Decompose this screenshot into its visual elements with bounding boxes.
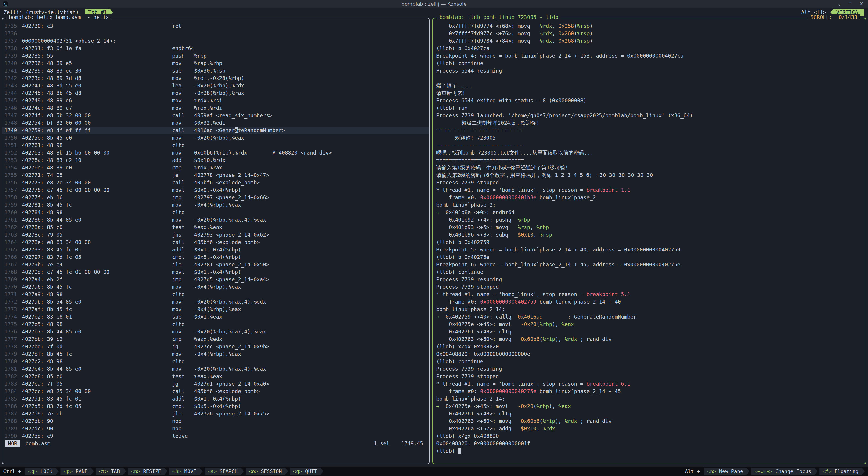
terminal-line: 0x401b96 <+8>: subq $0x10, %rsp (433, 231, 866, 239)
editor-line[interactable]: 176740279b: 7e e4 jle 402781 <phase_2_14… (2, 261, 429, 268)
editor-line[interactable]: 17694027a4: eb 2f jmp 4027d5 <phase_2_14… (2, 276, 429, 283)
keybind-hint-lock[interactable]: <g> LOCK (25, 468, 59, 475)
line-number: 1781 (2, 365, 17, 373)
keybind-hint-move[interactable]: <h> MOVE (169, 468, 203, 475)
editor-line[interactable]: 17370000000000402731 <phase_2_14>: (2, 37, 429, 45)
lldb-terminal[interactable]: 0x7ffff7fd9774 <+68>: movq %rdx, 0x258(%… (433, 18, 866, 464)
keybind-hint-new-pane[interactable]: <n> New Pane (704, 468, 749, 475)
line-number: 1778 (2, 343, 17, 350)
terminal-line: Process 6544 resuming (433, 67, 866, 74)
helix-pane[interactable]: bomblab: helix bomb.asm - helix 17354027… (2, 18, 430, 464)
editor-line[interactable]: 1739402735: 55 push %rbp (2, 52, 429, 60)
asm-code: 402759: e8 4f ef ff ff call 4016ad <Gene… (22, 127, 285, 134)
editor-line[interactable]: 1744402745: 48 8b 45 d8 mov -0x28(%rbp),… (2, 90, 429, 97)
editor-line[interactable]: 1740402736: 48 89 e5 mov %rsp,%rbp (2, 60, 429, 67)
helix-editor[interactable]: 1735402730: c3 ret 173617370000000000402… (2, 18, 429, 464)
editor-line[interactable]: 17874027d9: 7e cb jle 4027a6 <phase_2_14… (2, 410, 429, 417)
editor-line[interactable]: 175440276e: 48 39 d0 cmp %rdx,%rax (2, 164, 429, 171)
alt-prefix: Alt + (685, 469, 700, 474)
editor-line[interactable]: 17704027a6: 8b 45 fc mov -0x4(%rbp),%eax (2, 283, 429, 291)
editor-line[interactable]: 1761402786: 8b 44 85 e0 mov -0x20(%rbp,%… (2, 216, 429, 224)
line-number: 1782 (2, 373, 17, 380)
keybind-hint-quit[interactable]: <q> QUIT (290, 468, 323, 475)
editor-line[interactable]: 17714027a9: 48 98 cltq (2, 291, 429, 298)
keybind-hint-change-focus[interactable]: <←↓↑→> Change Focus (751, 468, 817, 475)
editor-line[interactable]: 1757402778: c7 45 fc 00 00 00 00 movl $0… (2, 186, 429, 194)
line-number: 1739 (2, 52, 17, 60)
editor-line[interactable]: 17734027af: 8b 45 fc mov -0x4(%rbp),%eax (2, 306, 429, 313)
editor-line[interactable]: 17804027c2: 48 98 cltq (2, 358, 429, 365)
editor-line[interactable]: 17774027bb: 39 c2 cmp %eax,%edx (2, 336, 429, 343)
editor-line[interactable]: 17744027b2: 83 e8 01 sub $0x1,%eax (2, 313, 429, 321)
lldb-pane[interactable]: bomblab: lldb bomb_linux 723005 - lldb S… (432, 18, 866, 464)
asm-code: 40279b: 7e e4 jle 402781 <phase_2_14+0x5… (22, 261, 269, 268)
editor-line[interactable]: 1738402731: f3 0f 1e fa endbr64 (2, 45, 429, 52)
editor-line[interactable]: 1741402739: 48 83 ec 30 sub $0x30,%rsp (2, 67, 429, 74)
editor-line[interactable]: 1765402793: 83 45 fc 01 addl $0x1,-0x4(%… (2, 246, 429, 253)
editor-line[interactable]: 17904027dd: c9 leave (2, 433, 429, 440)
editor-line[interactable]: 17794027bf: 8b 45 fc mov -0x4(%rbp),%eax (2, 350, 429, 358)
line-number: 1784 (2, 388, 17, 395)
maximize-icon[interactable]: ˄ (849, 1, 852, 7)
editor-line[interactable]: 1748402754: bf 32 00 00 00 mov $0x32,%ed… (2, 119, 429, 127)
editor-line[interactable]: 1745402749: 48 89 d6 mov %rdx,%rsi (2, 97, 429, 104)
editor-line[interactable]: 17894027dc: 90 nop (2, 425, 429, 433)
keybind-hint-tab[interactable]: <t> TAB (96, 468, 126, 475)
editor-line[interactable]: 17864027d5: 83 7d fc 05 cmpl $0x5,-0x4(%… (2, 403, 429, 410)
editor-line[interactable]: 17814027c4: 8b 44 85 e0 mov -0x20(%rbp,%… (2, 365, 429, 373)
editor-line[interactable]: 1735402730: c3 ret (2, 22, 429, 30)
editor-line[interactable]: 17724027ab: 8b 54 85 e0 mov -0x20(%rbp,%… (2, 298, 429, 306)
editor-line[interactable]: 176840279d: c7 45 fc 01 00 00 00 movl $0… (2, 268, 429, 276)
editor-line[interactable]: 1760402784: 48 98 cltq (2, 209, 429, 216)
editor-line[interactable]: 17754027b5: 48 98 cltq (2, 321, 429, 328)
editor-line[interactable]: 1749402759: e8 4f ef ff ff call 4016ad <… (2, 127, 429, 134)
close-icon[interactable]: ✕ (860, 1, 864, 7)
editor-line[interactable]: 174240273d: 48 89 7d d8 mov %rdi,-0x28(%… (2, 74, 429, 82)
editor-line[interactable]: 175040275e: 8b 45 e0 mov -0x20(%rbp),%ea… (2, 134, 429, 141)
editor-line[interactable]: 176240278a: 85 c0 test %eax,%eax (2, 224, 429, 231)
asm-code: 40274c: 48 89 c7 mov %rax,%rdi (22, 104, 222, 112)
terminal-line: * thread #1, name = 'bomb_linux', stop r… (433, 186, 866, 194)
terminal-line: frame #0: 0x0000000000401b8e bomb_linux`… (433, 194, 866, 201)
hint-key: <g> (28, 469, 40, 474)
editor-line[interactable]: 174640274c: 48 89 c7 mov %rax,%rdi (2, 104, 429, 112)
editor-line[interactable]: 175340276a: 48 83 c2 10 add $0x10,%rdx (2, 157, 429, 164)
editor-line[interactable]: 1736 (2, 30, 429, 37)
editor-line[interactable]: 17764027b7: 8b 44 85 e0 mov -0x20(%rbp,%… (2, 328, 429, 336)
line-number: 1775 (2, 321, 17, 328)
editor-line[interactable]: 176340278c: 79 05 jns 402793 <phase_2_14… (2, 231, 429, 239)
editor-line[interactable]: 1755402771: 74 05 je 402778 <phase_2_14+… (2, 171, 429, 179)
editor-line[interactable]: 1751402761: 48 98 cltq (2, 141, 429, 149)
hint-key: <h> (173, 469, 184, 474)
terminal-line: 0x7ffff7fd9784 <+84>: movq %rdx, 0x268(%… (433, 37, 866, 45)
editor-line[interactable]: 174740274f: e8 5b 32 00 00 call 4059af <… (2, 112, 429, 119)
asm-code: 4027a6: 8b 45 fc mov -0x4(%rbp),%eax (22, 283, 241, 291)
keybind-hint-pane[interactable]: <p> PANE (60, 468, 94, 475)
editor-line[interactable]: 17834027ca: 7f 05 jg 4027d1 <phase_2_14+… (2, 380, 429, 388)
terminal-line: 0x401b93 <+5>: movq %rsp, %rbp (433, 224, 866, 231)
selection-count: 1 sel (374, 440, 390, 447)
line-number: 1746 (2, 104, 17, 112)
keybind-hint-floating[interactable]: <f> Floating (819, 468, 865, 475)
editor-line[interactable]: 17844027cc: e8 25 34 00 00 call 405bf6 <… (2, 388, 429, 395)
terminal-line: 嗯嗯，找到bomb_723005.txt文件....从里面读取以前的密码... (433, 149, 866, 157)
keybind-hint-search[interactable]: <s> SEARCH (205, 468, 244, 475)
editor-line[interactable]: 17824027c8: 85 c0 test %eax,%eax (2, 373, 429, 380)
editor-line[interactable]: 1752402763: 48 8b 15 b6 60 00 00 mov 0x6… (2, 149, 429, 157)
helix-pane-title: bomblab: helix bomb.asm - helix (6, 14, 111, 20)
editor-line[interactable]: 1756402773: e8 7e 34 00 00 call 405bf6 <… (2, 179, 429, 186)
editor-line[interactable]: 17854027d1: 83 45 fc 01 addl $0x1,-0x4(%… (2, 395, 429, 403)
keybind-hint-session[interactable]: <o> SESSION (246, 468, 288, 475)
hint-key: <o> (249, 469, 261, 474)
asm-code: 402754: bf 32 00 00 00 mov $0x32,%edi (22, 119, 225, 127)
asm-code: 4027d5: 83 7d fc 05 cmpl $0x5,-0x4(%rbp) (22, 403, 241, 410)
editor-line[interactable]: 1759402781: 8b 45 fc mov -0x4(%rbp),%eax (2, 201, 429, 209)
editor-line[interactable]: 17884027db: 90 nop (2, 417, 429, 425)
editor-line[interactable]: 1766402797: 83 7d fc 05 cmpl $0x5,-0x4(%… (2, 253, 429, 261)
minimize-icon[interactable]: ⌄ (837, 1, 841, 7)
editor-line[interactable]: 175840277f: eb 16 jmp 402797 <phase_2_14… (2, 194, 429, 201)
editor-line[interactable]: 176440278e: e8 63 34 00 00 call 405bf6 <… (2, 239, 429, 246)
editor-line[interactable]: 17784027bd: 7f 0d jg 4027cc <phase_2_14+… (2, 343, 429, 350)
keybind-hint-resize[interactable]: <n> RESIZE (128, 468, 167, 475)
editor-line[interactable]: 1743402741: 48 8d 55 e0 lea -0x20(%rbp),… (2, 82, 429, 90)
